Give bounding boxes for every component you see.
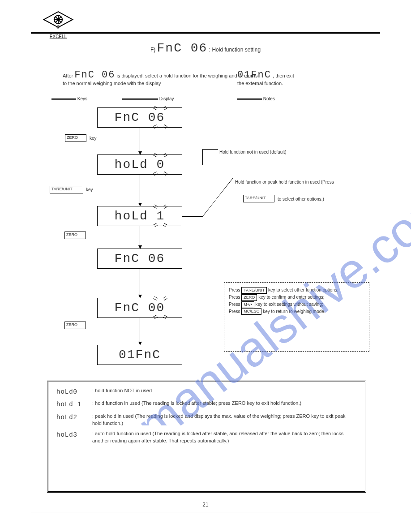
desc-text-3: : auto hold function in used (The readin… — [92, 430, 352, 445]
key-tare-unit: TARE/UNIT — [50, 186, 83, 193]
note-hold1b: to select other options.) — [278, 196, 324, 203]
subtitle-right: 01FnC , then exit the external function. — [237, 69, 294, 86]
note-dashed-box: Press TARE/UNIT key to select other func… — [224, 282, 369, 352]
desc-text-1: : hold function in used (The reading is … — [92, 400, 352, 407]
description-box: hoLd0: hold function NOT in used hoLd 1:… — [47, 381, 366, 493]
flow-box-2: hoLd 0 — [97, 154, 182, 175]
title-seg: FnC 06 — [157, 41, 208, 55]
desc-code-0: hoLd0 — [56, 387, 92, 396]
desc-code-3: hoLd3 — [56, 430, 92, 439]
sub-seg-right: 01FnC — [237, 69, 271, 81]
desc-text-2: : peak hold in used (The reading is lock… — [92, 413, 352, 427]
desc-code-2: hoLd2 — [56, 413, 92, 422]
key-zero-1: ZERO — [65, 134, 86, 142]
note-hold1: Hold function or peak hold function in u… — [235, 179, 369, 186]
desc-code-1: hoLd 1 — [56, 400, 92, 409]
title-prefix: F) — [150, 47, 155, 53]
key-zero-3: ZERO — [64, 322, 86, 329]
key-label-1: key — [90, 136, 97, 141]
key-tare-right: TARE/UNIT — [243, 195, 274, 202]
top-rule — [31, 32, 380, 34]
key-label-2: key — [86, 187, 93, 192]
title-suffix: : Hold function setting — [209, 47, 261, 53]
brand-logo: ® EXCELL — [43, 11, 74, 39]
desc-text-0: : hold function NOT in used — [92, 387, 352, 395]
flow-box-3: hoLd 1 — [97, 206, 182, 226]
key-tare-note: TARE/UNIT — [241, 287, 267, 294]
key-zero-2: ZERO — [64, 232, 86, 239]
flow-box-5: FnC 00 — [97, 298, 182, 318]
arrow-4 — [140, 269, 140, 298]
arrow-5 — [140, 318, 140, 345]
brand-name: EXCELL — [43, 34, 74, 39]
watermark: manualshive.com — [13, 67, 411, 425]
registered-mark: ® — [56, 25, 60, 30]
bottom-rule — [31, 512, 380, 513]
col-keys: Keys — [51, 96, 87, 101]
flow-box-1: FnC 06 — [97, 107, 182, 128]
key-zero-note: ZERO — [241, 294, 257, 301]
svg-line-7 — [202, 178, 233, 217]
flow-box-6: 01FnC — [97, 345, 182, 365]
page-number: 21 — [0, 502, 411, 508]
flow-box-4: FnC 06 — [97, 249, 182, 269]
sub-seg-left: FnC 06 — [74, 69, 115, 81]
arrow-2 — [140, 175, 140, 206]
page-title: F) FnC 06 : Hold function setting — [0, 41, 411, 55]
key-mplus-note: M+/• — [241, 301, 254, 308]
col-notes: Notes — [237, 96, 275, 101]
col-display: Display — [122, 96, 174, 101]
key-mcesc-note: MC/ESC — [241, 308, 261, 315]
subtitle-left: After FnC 06 is displayed, select a hold… — [63, 69, 258, 86]
note-hold0: Hold function not in used (default) — [219, 149, 345, 156]
arrow-1 — [140, 128, 140, 154]
arrow-3 — [140, 226, 140, 249]
